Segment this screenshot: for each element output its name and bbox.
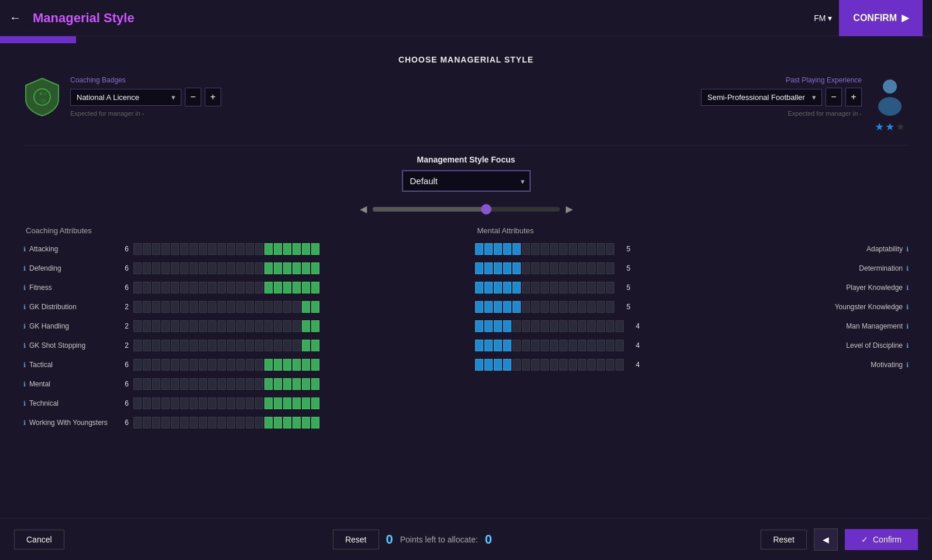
star-3: ★	[896, 120, 905, 133]
attr-row-gk-shot-stopping: ℹ GK Shot Stopping 2	[23, 337, 458, 354]
bottom-bar: Cancel Reset 0 Points left to allocate: …	[0, 518, 932, 560]
slider-right-arrow[interactable]: ▶	[566, 203, 573, 215]
info-icon-man-management[interactable]: ℹ	[906, 323, 909, 330]
attributes-wrapper: Coaching Attributes ℹ Attacking 6 ℹ Defe…	[23, 226, 909, 434]
mental-row-discipline: 4 Level of Discipline ℹ	[475, 337, 909, 354]
svg-text:◇: ◇	[41, 97, 46, 103]
fm-menu-button[interactable]: FM ▾	[814, 13, 832, 23]
attr-name-defending: Defending	[29, 264, 117, 272]
past-experience-dropdown-wrap[interactable]: Semi-Professional Footballer Professiona…	[701, 89, 822, 106]
attr-value-gk-distribution: 2	[117, 303, 129, 311]
attr-row-technical: ℹ Technical 6	[23, 395, 458, 412]
mental-value-determination: 5	[619, 264, 631, 272]
attr-value-gk-shot-stopping: 2	[117, 341, 129, 350]
confirm-top-button[interactable]: CONFIRM ▶	[839, 0, 923, 36]
info-icon-gk-distribution[interactable]: ℹ	[23, 303, 26, 311]
info-icon-defending[interactable]: ℹ	[23, 265, 26, 272]
slider-thumb[interactable]	[481, 204, 491, 215]
past-experience-select[interactable]: Semi-Professional Footballer Professiona…	[701, 89, 822, 106]
mental-attributes-section: Mental Attributes 5 Adaptability ℹ	[475, 226, 909, 434]
info-icon-mental[interactable]: ℹ	[23, 381, 26, 388]
info-icon-gk-handling[interactable]: ℹ	[23, 323, 26, 330]
info-icon-discipline[interactable]: ℹ	[906, 342, 909, 350]
attr-value-gk-handling: 2	[117, 322, 129, 330]
coaching-badges-plus[interactable]: +	[205, 88, 221, 106]
slider-row: ◀ ▶	[23, 203, 909, 215]
back-button[interactable]: ←	[9, 11, 21, 25]
info-icon-motivating[interactable]: ℹ	[906, 361, 909, 369]
bars-attacking	[133, 243, 319, 255]
attr-name-working-youngsters: Working With Youngsters	[29, 419, 117, 427]
badges-row: × ○ ◇ Coaching Badges National A Licence…	[23, 76, 909, 133]
mental-name-motivating: Motivating	[809, 361, 903, 369]
coaching-badges-label: Coaching Badges	[70, 76, 221, 84]
bars-adaptability	[475, 243, 614, 255]
attr-row-gk-distribution: ℹ GK Distribution 2	[23, 299, 458, 315]
back-nav-button[interactable]: ◀	[814, 528, 838, 551]
attr-name-technical: Technical	[29, 399, 117, 407]
info-icon-technical[interactable]: ℹ	[23, 400, 26, 407]
bars-working-youngsters	[133, 417, 319, 428]
attr-name-gk-handling: GK Handling	[29, 322, 117, 330]
mental-value-adaptability: 5	[619, 245, 631, 253]
attr-row-gk-handling: ℹ GK Handling 2	[23, 318, 458, 334]
past-experience-minus[interactable]: −	[826, 88, 842, 106]
cancel-button[interactable]: Cancel	[14, 530, 64, 549]
bars-fitness	[133, 282, 319, 293]
attr-row-defending: ℹ Defending 6	[23, 260, 458, 276]
mental-value-motivating: 4	[628, 361, 640, 369]
attr-value-technical: 6	[117, 399, 129, 407]
svg-point-4	[883, 79, 897, 94]
attr-value-tactical: 6	[117, 361, 129, 369]
attr-name-fitness: Fitness	[29, 284, 117, 292]
bars-tactical	[133, 359, 319, 371]
bars-gk-handling	[133, 320, 319, 332]
coaching-badges-section: × ○ ◇ Coaching Badges National A Licence…	[23, 76, 221, 120]
coaching-badges-selector: National A Licence UEFA Pro Licence UEFA…	[70, 88, 221, 106]
info-icon-fitness[interactable]: ℹ	[23, 284, 26, 292]
mental-value-man-management: 4	[628, 322, 640, 330]
info-icon-attacking[interactable]: ℹ	[23, 246, 26, 253]
style-focus-dropdown-wrap[interactable]: Default Attacking Defensive Youth Develo…	[402, 170, 531, 192]
info-icon-tactical[interactable]: ℹ	[23, 361, 26, 369]
bars-player-knowledge	[475, 282, 614, 293]
mental-row-adaptability: 5 Adaptability ℹ	[475, 241, 909, 257]
points-allocated-value: 0	[485, 532, 492, 547]
mental-name-player-knowledge: Player Knowledge	[809, 284, 903, 292]
points-center: Reset 0 Points left to allocate: 0	[333, 530, 492, 549]
slider-track[interactable]	[373, 207, 560, 212]
style-focus-section: Management Style Focus Default Attacking…	[23, 155, 909, 192]
coaching-badges-dropdown-wrap[interactable]: National A Licence UEFA Pro Licence UEFA…	[70, 89, 181, 106]
style-focus-title: Management Style Focus	[417, 155, 515, 164]
coaching-badges-select[interactable]: National A Licence UEFA Pro Licence UEFA…	[70, 89, 181, 106]
slider-left-arrow[interactable]: ◀	[360, 203, 367, 215]
info-icon-player-knowledge[interactable]: ℹ	[906, 284, 909, 292]
confirm-button[interactable]: ✓ Confirm	[845, 529, 918, 550]
bottom-right: Reset ◀ ✓ Confirm	[761, 528, 918, 551]
info-icon-adaptability[interactable]: ℹ	[906, 246, 909, 253]
avatar-icon: ★ ★ ★	[871, 76, 909, 133]
past-experience-section: Past Playing Experience Semi-Professiona…	[701, 76, 909, 133]
info-icon-working-youngsters[interactable]: ℹ	[23, 419, 26, 427]
top-right-controls: FM ▾ CONFIRM ▶	[814, 0, 923, 36]
reset-left-button[interactable]: Reset	[333, 530, 379, 549]
coaching-badges-minus[interactable]: −	[185, 88, 201, 106]
points-left-label: Points left to allocate:	[400, 535, 478, 544]
past-experience-plus[interactable]: +	[845, 88, 862, 106]
info-icon-determination[interactable]: ℹ	[906, 265, 909, 272]
mental-name-youngster-knowledge: Youngster Knowledge	[809, 303, 903, 311]
top-bar: ← Managerial Style FM ▾ CONFIRM ▶	[0, 0, 932, 36]
svg-text:○: ○	[43, 91, 47, 97]
attr-name-gk-distribution: GK Distribution	[29, 303, 117, 311]
page-title: Managerial Style	[33, 11, 135, 26]
bars-discipline	[475, 340, 624, 351]
bars-defending	[133, 262, 319, 274]
bars-youngster-knowledge	[475, 301, 614, 313]
attr-value-working-youngsters: 6	[117, 419, 129, 427]
info-icon-youngster-knowledge[interactable]: ℹ	[906, 303, 909, 311]
style-focus-select[interactable]: Default Attacking Defensive Youth Develo…	[402, 170, 531, 192]
bars-technical	[133, 397, 319, 409]
reset-right-button[interactable]: Reset	[761, 530, 807, 549]
slider-fill	[373, 207, 485, 212]
info-icon-gk-shot-stopping[interactable]: ℹ	[23, 342, 26, 350]
